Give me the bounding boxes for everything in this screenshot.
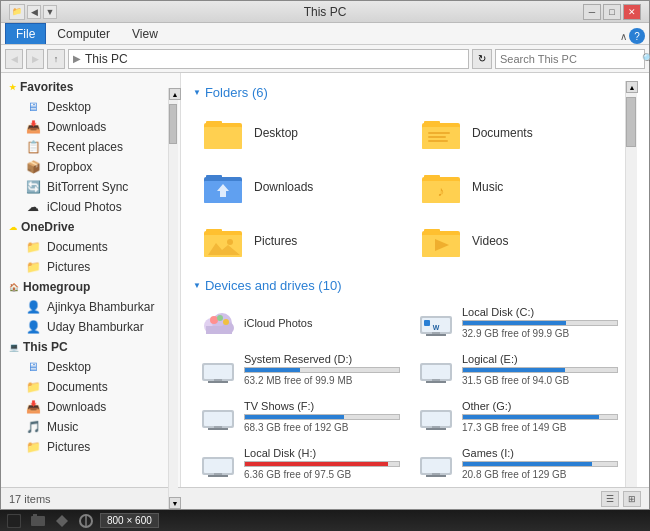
sidebar-homegroup-header[interactable]: 🏠 Homegroup <box>1 277 180 297</box>
sidebar-item-user2[interactable]: 👤 Uday Bhamburkar <box>1 317 180 337</box>
back-button[interactable]: ◀ <box>5 49 23 69</box>
svg-rect-7 <box>428 136 446 138</box>
icloud-drive-info: iCloud Photos <box>244 317 400 329</box>
folders-section-title: Folders (6) <box>193 85 625 100</box>
desktop-icon: 🖥 <box>25 99 41 115</box>
drive-d-bar <box>244 367 400 373</box>
window-title: This PC <box>304 5 347 19</box>
downloads-icon: 📥 <box>25 119 41 135</box>
onedrive-pics-icon: 📁 <box>25 259 41 275</box>
drive-c-free: 32.9 GB free of 99.9 GB <box>462 328 618 339</box>
sidebar-favorites-header[interactable]: ★ Favorites <box>1 77 180 97</box>
address-path[interactable]: ▶ This PC <box>68 49 469 69</box>
folder-videos-icon <box>420 223 462 259</box>
sidebar-item-pc-pictures[interactable]: 📁 Pictures <box>1 437 180 457</box>
close-button[interactable]: ✕ <box>623 4 641 20</box>
drive-e-bar <box>462 367 618 373</box>
sidebar-item-onedrive-pics[interactable]: 📁 Pictures <box>1 257 180 277</box>
drive-d[interactable]: System Reserved (D:) 63.2 MB free of 99.… <box>193 348 407 391</box>
svg-rect-74 <box>8 515 20 527</box>
sidebar-item-pc-downloads[interactable]: 📥 Downloads <box>1 397 180 417</box>
drive-e-free: 31.5 GB free of 94.0 GB <box>462 375 618 386</box>
drive-i-bar <box>462 461 618 467</box>
drive-c[interactable]: W Local Disk (C:) 32.9 GB free of 99.9 G… <box>411 301 625 344</box>
taskbar-icon4[interactable] <box>76 512 96 530</box>
drive-f[interactable]: TV Shows (F:) 68.3 GB free of 192 GB <box>193 395 407 438</box>
refresh-button[interactable]: ↻ <box>472 49 492 69</box>
svg-text:W: W <box>433 324 440 331</box>
taskbar-icon2[interactable] <box>28 512 48 530</box>
sidebar-item-btsync[interactable]: 🔄 BitTorrent Sync <box>1 177 180 197</box>
drive-g-icon <box>418 402 454 432</box>
quick-btn2[interactable]: ▼ <box>43 5 57 19</box>
icloud-drive-icon <box>200 308 236 338</box>
folder-videos[interactable]: Videos <box>411 216 625 266</box>
folder-downloads[interactable]: Downloads <box>193 162 407 212</box>
taskbar-resolution[interactable]: 800 × 600 <box>100 513 159 528</box>
drive-e-fill <box>463 368 565 372</box>
folder-pictures[interactable]: Pictures <box>193 216 407 266</box>
svg-point-32 <box>223 319 229 325</box>
drive-h[interactable]: Local Disk (H:) 6.36 GB free of 97.5 GB <box>193 442 407 485</box>
view-grid-btn[interactable]: ⊞ <box>623 491 641 507</box>
drive-e[interactable]: Logical (E:) 31.5 GB free of 94.0 GB <box>411 348 625 391</box>
taskbar-icon1[interactable] <box>4 512 24 530</box>
help-button[interactable]: ? <box>629 28 645 44</box>
quick-btn1[interactable]: ◀ <box>27 5 41 19</box>
sidebar-item-recent[interactable]: 📋 Recent places <box>1 137 180 157</box>
search-button[interactable]: 🔍 <box>642 49 650 69</box>
sidebar-scroll-up[interactable]: ▲ <box>169 88 181 100</box>
drive-f-name: TV Shows (F:) <box>244 400 400 412</box>
folder-music[interactable]: ♪ Music <box>411 162 625 212</box>
sidebar-thispc-header[interactable]: 💻 This PC <box>1 337 180 357</box>
view-list-btn[interactable]: ☰ <box>601 491 619 507</box>
svg-rect-60 <box>422 459 450 473</box>
sidebar-item-desktop[interactable]: 🖥 Desktop <box>1 97 180 117</box>
drive-d-info: System Reserved (D:) 63.2 MB free of 99.… <box>244 353 400 386</box>
drive-e-info: Logical (E:) 31.5 GB free of 94.0 GB <box>462 353 618 386</box>
minimize-button[interactable]: ─ <box>583 4 601 20</box>
drive-c-icon: W <box>418 308 454 338</box>
panel-scroll-up[interactable]: ▲ <box>626 81 638 93</box>
sidebar-item-dropbox[interactable]: 📦 Dropbox <box>1 157 180 177</box>
sidebar-item-pc-docs[interactable]: 📁 Documents <box>1 377 180 397</box>
drive-i-fill <box>463 462 592 466</box>
icloud-drive-name: iCloud Photos <box>244 317 400 329</box>
search-input[interactable] <box>496 53 642 65</box>
drive-icloud[interactable]: iCloud Photos <box>193 301 407 344</box>
path-text: This PC <box>85 52 128 66</box>
ribbon-toggle[interactable]: ∧ <box>620 31 627 42</box>
tab-file[interactable]: File <box>5 23 46 44</box>
folder-desktop[interactable]: Desktop <box>193 108 407 158</box>
svg-rect-37 <box>424 320 430 326</box>
tab-computer[interactable]: Computer <box>46 23 121 44</box>
tab-view[interactable]: View <box>121 23 169 44</box>
svg-rect-15 <box>424 175 440 181</box>
sidebar-item-pc-desktop[interactable]: 🖥 Desktop <box>1 357 180 377</box>
quick-access-btn[interactable]: 📁 <box>9 4 25 20</box>
svg-rect-62 <box>426 475 446 477</box>
svg-text:♪: ♪ <box>438 183 445 199</box>
sidebar-item-icloud[interactable]: ☁ iCloud Photos <box>1 197 180 217</box>
sidebar-item-pc-music[interactable]: 🎵 Music <box>1 417 180 437</box>
up-button[interactable]: ↑ <box>47 49 65 69</box>
right-scrollbar: ▲ ▼ <box>625 81 637 487</box>
drive-c-bar <box>462 320 618 326</box>
svg-rect-1 <box>204 127 242 149</box>
maximize-button[interactable]: □ <box>603 4 621 20</box>
folder-documents[interactable]: Documents <box>411 108 625 158</box>
sidebar-onedrive-header[interactable]: ☁ OneDrive <box>1 217 180 237</box>
sidebar-item-user1[interactable]: 👤 Ajinkya Bhamburkar <box>1 297 180 317</box>
sidebar-item-downloads[interactable]: 📥 Downloads <box>1 117 180 137</box>
sidebar-item-onedrive-docs[interactable]: 📁 Documents <box>1 237 180 257</box>
forward-button[interactable]: ▶ <box>26 49 44 69</box>
drive-h-icon <box>200 449 236 479</box>
scrollbar-thumb[interactable] <box>626 97 636 147</box>
drive-i-name: Games (I:) <box>462 447 618 459</box>
favorites-arrow: ★ <box>9 83 16 92</box>
taskbar-icon3[interactable] <box>52 512 72 530</box>
drive-h-free: 6.36 GB free of 97.5 GB <box>244 469 400 480</box>
drive-g[interactable]: Other (G:) 17.3 GB free of 149 GB <box>411 395 625 438</box>
svg-rect-50 <box>208 428 228 430</box>
drive-i[interactable]: Games (I:) 20.8 GB free of 129 GB <box>411 442 625 485</box>
